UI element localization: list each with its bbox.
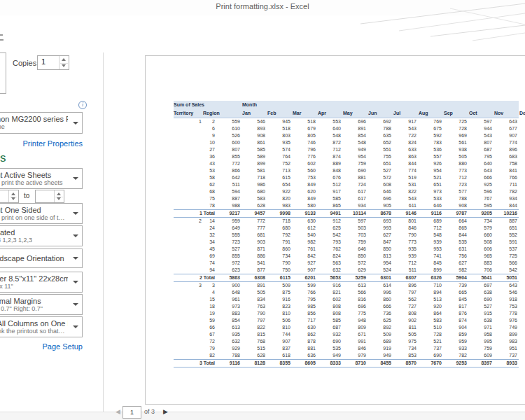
next-page-icon[interactable]: ▶ bbox=[163, 406, 168, 418]
print-what-select[interactable]: Print Active Sheets Only print the activ… bbox=[0, 168, 83, 189]
value-cell: 692 bbox=[368, 118, 393, 126]
value-cell: 572 bbox=[342, 260, 368, 267]
value-cell: 891 bbox=[241, 282, 267, 290]
value-cell: 774 bbox=[493, 139, 519, 146]
printer-info-icon[interactable]: i bbox=[78, 101, 87, 109]
page-setup-link[interactable]: Page Setup bbox=[43, 342, 83, 351]
value-cell: 945 bbox=[267, 118, 292, 126]
value-cell: 810 bbox=[267, 310, 292, 317]
value-cell: 533 bbox=[418, 195, 443, 202]
orientation-label: Landscape Orientation bbox=[0, 254, 68, 262]
region-cell: 4 bbox=[203, 289, 216, 296]
value-cell: 503 bbox=[342, 225, 368, 232]
total-row: 2 Total586363086115620156535259630163076… bbox=[174, 274, 519, 282]
value-cell: 855 bbox=[216, 253, 241, 260]
value-cell: 734 bbox=[393, 345, 418, 352]
region-cell: 74 bbox=[203, 260, 216, 267]
value-cell: 574 bbox=[267, 146, 292, 153]
value-cell: 817 bbox=[443, 303, 468, 310]
value-cell: 807 bbox=[468, 139, 493, 146]
spin-up-icon[interactable] bbox=[57, 192, 61, 195]
value-cell: 680 bbox=[267, 225, 292, 232]
value-cell: 934 bbox=[493, 195, 519, 202]
territory-cell bbox=[174, 225, 203, 232]
printer-select[interactable]: Canon MG2200 series Printer Offline bbox=[0, 112, 83, 134]
value-cell: 919 bbox=[368, 345, 393, 352]
value-cell: 805 bbox=[292, 132, 317, 139]
value-cell: 559 bbox=[216, 118, 241, 126]
current-page-input[interactable]: 1 bbox=[122, 406, 141, 419]
paper-size-select[interactable]: Letter 8.5"x11" 22x28cm 8.5" x 11" bbox=[0, 272, 83, 293]
spin-down-icon[interactable] bbox=[11, 197, 15, 200]
region-cell: 10 bbox=[203, 139, 216, 146]
value-cell: 907 bbox=[292, 267, 317, 274]
region-cell: 3 bbox=[203, 282, 216, 290]
value-cell: 912 bbox=[317, 218, 342, 225]
spin-down-icon[interactable] bbox=[62, 64, 66, 67]
printer-properties-link[interactable]: Printer Properties bbox=[22, 139, 83, 148]
pages-to-spin-buttons[interactable] bbox=[54, 190, 64, 202]
value-cell: 643 bbox=[468, 167, 493, 174]
value-cell: 810 bbox=[267, 324, 292, 331]
collation-select[interactable]: Collated 1,2,3 1,2,3 1,2,3 bbox=[0, 225, 83, 246]
value-cell: 543 bbox=[468, 132, 493, 139]
value-cell: 535 bbox=[317, 345, 342, 352]
total-value-cell: 5051 bbox=[493, 274, 519, 282]
value-cell: 643 bbox=[493, 282, 519, 290]
value-cell: 834 bbox=[241, 296, 267, 303]
spin-down-icon[interactable] bbox=[57, 197, 61, 200]
scaling-select[interactable]: Fit All Columns on One Page Shrink the p… bbox=[0, 316, 83, 337]
value-cell: 711 bbox=[493, 181, 519, 188]
value-cell: 915 bbox=[468, 310, 493, 317]
value-cell: 585 bbox=[317, 195, 342, 202]
total-value-cell: 6326 bbox=[418, 274, 443, 282]
value-cell: 758 bbox=[493, 160, 519, 167]
value-cell: 560 bbox=[292, 167, 317, 174]
total-value-cell: 8128 bbox=[241, 360, 267, 368]
value-cell: 862 bbox=[292, 331, 317, 338]
value-cell: 948 bbox=[342, 317, 368, 324]
print-button[interactable] bbox=[0, 52, 6, 94]
duplex-select[interactable]: Print One Sided Only print on one side o… bbox=[0, 203, 83, 224]
value-cell: 766 bbox=[292, 289, 317, 296]
value-cell: 541 bbox=[241, 260, 267, 267]
value-cell: 736 bbox=[368, 310, 393, 317]
page-count-label: of 3 bbox=[144, 406, 155, 418]
value-cell: 592 bbox=[418, 132, 443, 139]
territory-cell bbox=[174, 153, 203, 160]
value-cell: 844 bbox=[393, 160, 418, 167]
value-cell: 944 bbox=[468, 125, 493, 132]
value-cell: 842 bbox=[292, 253, 317, 260]
total-value-cell: 9146 bbox=[393, 210, 418, 218]
total-value-cell: 8333 bbox=[317, 360, 342, 368]
value-cell: 985 bbox=[292, 303, 317, 310]
previous-page-icon[interactable]: ◀ bbox=[115, 406, 120, 418]
copies-spin-buttons[interactable] bbox=[59, 56, 69, 69]
total-value-cell: 5653 bbox=[317, 274, 342, 282]
value-cell: 983 bbox=[267, 202, 292, 210]
orientation-select[interactable]: Landscape Orientation bbox=[0, 248, 83, 268]
table-header-cell bbox=[418, 101, 443, 109]
value-cell: 518 bbox=[267, 125, 292, 132]
table-row: 72632768907878690991689975521959995983 bbox=[174, 338, 519, 345]
region-cell: 62 bbox=[203, 181, 216, 188]
copies-stepper[interactable]: 1 bbox=[37, 55, 69, 70]
value-cell: 949 bbox=[368, 352, 393, 360]
pages-from-spin-buttons[interactable] bbox=[8, 190, 18, 202]
pages-from-stepper[interactable] bbox=[0, 190, 19, 203]
value-cell: 755 bbox=[368, 153, 393, 160]
total-value-cell: 8710 bbox=[342, 360, 368, 368]
value-cell: 854 bbox=[342, 132, 368, 139]
value-cell: 535 bbox=[443, 239, 468, 246]
margins-desc: Left: 0.7" Right: 0.7" bbox=[0, 305, 65, 312]
territory-cell bbox=[174, 139, 203, 146]
margins-select[interactable]: Normal Margins Left: 0.7" Right: 0.7" bbox=[0, 294, 83, 315]
value-cell: 614 bbox=[368, 282, 393, 290]
pages-to-stepper[interactable] bbox=[35, 190, 64, 203]
spin-up-icon[interactable] bbox=[62, 58, 66, 61]
value-cell: 773 bbox=[393, 239, 418, 246]
chevron-down-icon bbox=[73, 177, 78, 180]
spin-up-icon[interactable] bbox=[11, 192, 15, 195]
value-cell: 797 bbox=[393, 289, 418, 296]
value-cell: 526 bbox=[216, 132, 241, 139]
